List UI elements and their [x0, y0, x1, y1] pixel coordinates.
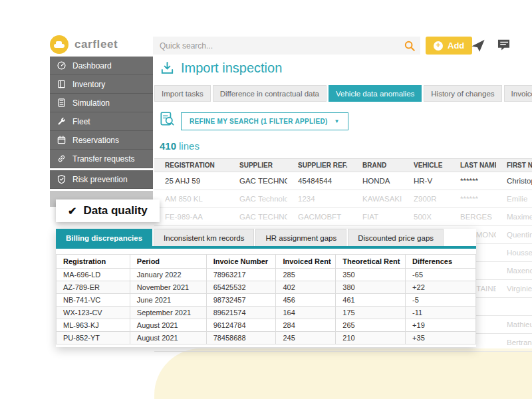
search-icon[interactable] — [404, 40, 416, 52]
table-row[interactable]: FE-989-AAGAC TECHNOLOGYGACMOBFTFIAT500XB… — [154, 208, 532, 226]
table-cell: 456 — [276, 294, 336, 307]
sidebar-item-label: Dashboard — [72, 61, 112, 70]
table-cell: +35 — [406, 332, 476, 344]
table-cell: KAWASAKI — [352, 190, 403, 208]
column-header: REGISTRATION — [154, 159, 229, 172]
table-cell: June 2021 — [130, 294, 206, 307]
table-cell: 65425532 — [206, 281, 276, 294]
table-cell: -5 — [406, 294, 476, 307]
table-cell — [496, 298, 532, 316]
active-tab-underline — [56, 246, 476, 249]
table-cell: 175 — [336, 307, 406, 319]
main-tabs: Import tasks Difference in contractual d… — [154, 85, 532, 102]
calculator-icon — [57, 98, 66, 108]
table-cell: 380 — [336, 281, 406, 294]
table-cell: Quentin — [496, 226, 532, 244]
shield-icon — [57, 174, 66, 184]
column-header: LAST NAME — [450, 159, 496, 172]
table-cell: 78458688 — [206, 332, 276, 344]
speedometer-icon — [57, 61, 66, 70]
table-cell: 1234 — [287, 190, 352, 208]
import-download-icon — [160, 61, 175, 76]
table-cell: BERGES — [450, 208, 496, 226]
link-icon — [57, 154, 66, 164]
table-row[interactable]: AZ-789-ERNovember 202165425532402380+22 — [57, 281, 476, 294]
table-cell: November 2021 — [130, 281, 206, 294]
sidebar-item-transfer-requests[interactable]: Transfer requests — [50, 150, 153, 168]
table-cell: 285 — [276, 269, 336, 281]
carfleet-logo-icon — [50, 35, 68, 54]
sidebar-item-reservations[interactable]: Reservations — [50, 131, 153, 150]
table-cell: NB-741-VC — [57, 294, 130, 307]
tab-discounted-price-gaps[interactable]: Discounted price gaps — [348, 229, 444, 246]
column-header: SUPPLIER REF. — [287, 159, 352, 172]
refine-search-label: Refine my search (1 filter applied) — [190, 118, 328, 125]
tab-history-of-changes[interactable]: History of changes — [424, 85, 501, 102]
table-row[interactable]: PU-852-YTAugust 202178458688245210+35 — [57, 332, 476, 344]
quick-search[interactable] — [153, 37, 420, 55]
table-row[interactable]: AM 850 KLGAC Technology1234KAWASAKIZ900R… — [154, 190, 532, 208]
send-button[interactable] — [469, 37, 487, 55]
table-cell: Christophe — [496, 172, 532, 190]
table-cell: August 2021 — [130, 319, 206, 332]
table-cell: FE-989-AA — [154, 208, 229, 226]
page-title: Import inspection — [160, 61, 282, 76]
sidebar: Dashboard Inventory Simulation Fleet Res… — [50, 57, 153, 207]
table-cell: AZ-789-ER — [57, 281, 130, 294]
column-header: Invoiced Rent — [276, 255, 336, 269]
table-cell: +22 — [406, 281, 476, 294]
table-cell: PU-852-YT — [57, 332, 130, 344]
tab-import-tasks[interactable]: Import tasks — [154, 85, 211, 102]
table-row[interactable]: WX-123-CVSeptember 202189621574164175-11 — [57, 307, 476, 319]
document-search-icon — [158, 110, 176, 128]
table-cell: 89621574 — [206, 307, 276, 319]
table-cell: ****** — [450, 172, 496, 190]
table-cell: January 2022 — [130, 269, 206, 281]
plus-icon: + — [434, 41, 443, 51]
sidebar-item-risk-prevention[interactable]: Risk prevention — [50, 170, 153, 189]
sidebar-item-simulation[interactable]: Simulation — [50, 94, 153, 112]
table-cell: August 2021 — [130, 332, 206, 344]
table-cell: Bertrand — [496, 334, 532, 352]
column-header: VEHICLE — [403, 159, 450, 172]
billing-discrepancies-table: Registration Period Invoice Number Invoi… — [56, 254, 476, 344]
column-header: SUPPLIER — [229, 159, 287, 172]
refine-search-button[interactable]: Refine my search (1 filter applied) ▼ — [181, 112, 348, 130]
brand-name: carfleet — [74, 38, 118, 51]
sidebar-item-inventory[interactable]: Inventory — [50, 75, 153, 94]
quick-search-input[interactable] — [153, 41, 404, 51]
tab-vehicle-data-anomalies[interactable]: Vehicle data anomalies — [329, 85, 422, 102]
column-header: Theoretical Rent — [336, 255, 406, 269]
table-cell: 45484544 — [287, 172, 352, 190]
add-button[interactable]: + Add — [426, 37, 472, 55]
table-row[interactable]: NB-741-VCJune 202198732457456461-5 — [57, 294, 476, 307]
page-title-text: Import inspection — [181, 61, 282, 76]
data-quality-panel: Billing discrepancies Inconsistent km re… — [56, 229, 476, 347]
table-cell: HR-V — [403, 172, 450, 190]
chat-button[interactable] — [495, 37, 512, 55]
table-cell: Mathieu — [496, 316, 532, 334]
table-cell: 245 — [276, 332, 336, 344]
table-row[interactable]: MA-696-LDJanuary 202278963217285350-65 — [57, 269, 476, 281]
table-cell: 98732457 — [206, 294, 276, 307]
table-cell: -11 — [406, 307, 476, 319]
table-cell: 284 — [276, 319, 336, 332]
tab-inconsistent-km-records[interactable]: Inconsistent km records — [154, 229, 254, 246]
table-cell: ML-963-KJ — [57, 319, 130, 332]
column-header: FIRST NAME — [496, 159, 532, 172]
table-row[interactable]: 25 AHJ 59GAC TECHNOLOGY45484544HONDAHR-V… — [154, 172, 532, 190]
sidebar-item-fleet[interactable]: Fleet — [50, 112, 153, 131]
tab-difference-contractual-data[interactable]: Difference in contractual data — [213, 85, 327, 102]
table-cell: 500X — [403, 208, 450, 226]
table-cell: GAC TECHNOLOGY — [229, 172, 287, 190]
tab-invoices-receivable[interactable]: Invoices receivable — [504, 85, 532, 102]
table-cell: WX-123-CV — [57, 307, 130, 319]
background-blob — [154, 348, 532, 399]
table-row[interactable]: ML-963-KJAugust 202196124784284265+19 — [57, 319, 476, 332]
tab-billing-discrepancies[interactable]: Billing discrepancies — [56, 229, 152, 246]
data-quality-title-text: Data quality — [83, 204, 147, 217]
table-cell: Houssem — [496, 244, 532, 262]
table-cell: -65 — [406, 269, 476, 281]
tab-hr-assignment-gaps[interactable]: HR assignment gaps — [255, 229, 346, 246]
sidebar-item-dashboard[interactable]: Dashboard — [50, 57, 153, 75]
